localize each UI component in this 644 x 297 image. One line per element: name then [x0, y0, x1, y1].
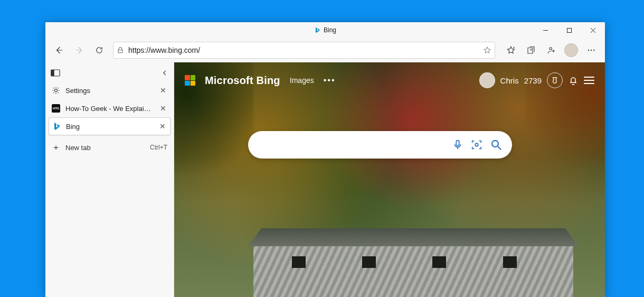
user-area: Chris 2739 — [479, 72, 594, 88]
tab-label: Bing — [66, 123, 153, 131]
window-title-text: Bing — [324, 26, 336, 34]
window-title: Bing — [314, 26, 336, 34]
svg-point-2 — [591, 50, 592, 51]
svg-point-3 — [593, 50, 594, 51]
user-avatar[interactable] — [479, 72, 495, 88]
new-tab-shortcut: Ctrl+T — [150, 144, 167, 151]
close-icon[interactable]: ✕ — [159, 104, 167, 113]
bridge-roof — [248, 228, 579, 246]
close-icon[interactable]: ✕ — [159, 86, 167, 95]
rewards-icon[interactable] — [547, 72, 563, 88]
bing-header: Microsoft Bing Images ••• Chris 2739 — [174, 69, 605, 92]
svg-rect-0 — [567, 28, 572, 32]
svg-rect-5 — [51, 70, 54, 76]
close-button[interactable] — [581, 22, 605, 38]
plus-icon: ＋ — [52, 142, 60, 153]
url-text: https://www.bing.com/ — [128, 46, 479, 54]
bing-icon — [314, 27, 320, 33]
vertical-tabs-panel: Settings ✕ HTG How-To Geek - We Explain … — [45, 62, 174, 297]
tab-label: Settings — [65, 87, 154, 95]
maximize-button[interactable] — [557, 22, 581, 38]
new-tab-label: New tab — [65, 144, 145, 152]
svg-point-1 — [588, 50, 589, 51]
tab-settings[interactable]: Settings ✕ — [49, 81, 171, 99]
close-icon[interactable]: ✕ — [158, 122, 167, 131]
back-button[interactable] — [50, 41, 69, 60]
bing-brand[interactable]: Microsoft Bing — [205, 75, 280, 87]
profile-avatar[interactable] — [562, 41, 581, 60]
htg-icon: HTG — [52, 104, 60, 113]
favorite-star-icon[interactable] — [483, 46, 491, 54]
vertical-tabs-header — [49, 67, 171, 81]
collections-button[interactable] — [522, 41, 541, 60]
rewards-points[interactable]: 2739 — [524, 76, 542, 85]
visual-search-icon[interactable] — [471, 139, 482, 151]
nav-more-icon[interactable]: ••• — [324, 76, 336, 85]
profile-switch-button[interactable] — [542, 41, 561, 60]
new-tab-button[interactable]: ＋ New tab Ctrl+T — [49, 138, 171, 156]
tab-label: How-To Geek - We Explain Techn — [65, 105, 154, 113]
address-bar[interactable]: https://www.bing.com/ — [113, 42, 495, 59]
page-content: Microsoft Bing Images ••• Chris 2739 — [174, 62, 605, 297]
forward-button[interactable] — [70, 41, 89, 60]
search-box[interactable] — [248, 131, 512, 159]
refresh-button[interactable] — [90, 41, 109, 60]
tab-howtogeek[interactable]: HTG How-To Geek - We Explain Techn ✕ — [49, 99, 171, 117]
svg-point-6 — [475, 143, 478, 146]
bing-icon — [52, 122, 61, 131]
microsoft-logo-icon — [185, 75, 195, 86]
window-controls — [534, 22, 605, 38]
search-icon[interactable] — [490, 138, 503, 151]
notifications-icon[interactable] — [568, 75, 579, 86]
avatar-icon — [564, 43, 578, 57]
hamburger-menu-icon[interactable] — [584, 77, 594, 84]
browser-body: Settings ✕ HTG How-To Geek - We Explain … — [45, 62, 605, 297]
toolbar-right — [499, 41, 601, 60]
more-menu-button[interactable] — [582, 41, 601, 60]
search-input[interactable] — [258, 140, 444, 150]
browser-toolbar: https://www.bing.com/ — [45, 38, 605, 62]
lock-icon — [117, 47, 124, 54]
vertical-tabs-icon[interactable] — [51, 69, 60, 77]
browser-window: Bing https://www.bing.com/ — [45, 22, 605, 297]
collapse-tabs-button[interactable] — [161, 69, 168, 77]
svg-point-7 — [492, 141, 498, 147]
voice-search-icon[interactable] — [452, 139, 463, 151]
titlebar: Bing — [45, 22, 605, 38]
nav-images[interactable]: Images — [290, 76, 314, 85]
favorites-button[interactable] — [501, 41, 520, 60]
user-name[interactable]: Chris — [500, 76, 519, 85]
tab-bing[interactable]: Bing ✕ — [49, 117, 171, 135]
gear-icon — [52, 86, 60, 95]
minimize-button[interactable] — [534, 22, 557, 38]
